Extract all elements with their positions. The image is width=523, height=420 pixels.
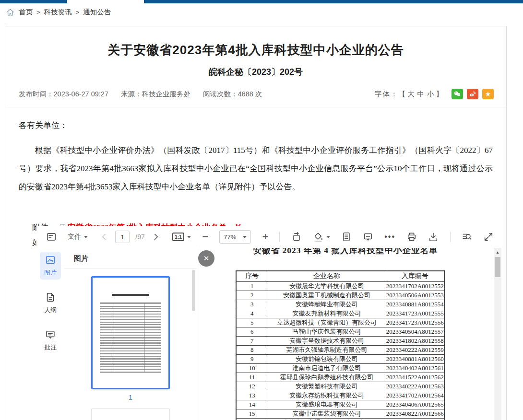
table-cell: 12 bbox=[236, 382, 268, 391]
table-row: 11霍邱县保珍白鹅养殖科技有限公司2023341522A0012562 bbox=[236, 373, 444, 382]
zoom-out-button[interactable]: − bbox=[202, 232, 208, 242]
outline-document-icon bbox=[45, 292, 56, 303]
top-nav-tab-remnant bbox=[66, 0, 145, 3]
print-icon[interactable] bbox=[406, 232, 417, 242]
thumbnail-page-number: 1 bbox=[64, 393, 197, 401]
sidebar-tab-annotations[interactable]: 批注 bbox=[40, 327, 61, 354]
table-cell: 安徽盛琅电器有限公司 bbox=[268, 400, 386, 409]
chevron-down-icon[interactable] bbox=[187, 236, 191, 238]
sidebar-tab-label: 大纲 bbox=[40, 306, 61, 315]
table-row: 8芜湖市久强轴承制造有限公司2023340222A8012559 bbox=[236, 345, 444, 354]
article-tools: 字体：【大中小】 ★ bbox=[375, 89, 494, 99]
pdf-viewer-body: 图片 大纲 批注 bbox=[36, 248, 501, 420]
next-page-icon[interactable] bbox=[151, 232, 161, 242]
table-cell: 安徽友邦新材料有限公司 bbox=[268, 309, 386, 318]
table-cell: 13 bbox=[236, 391, 268, 400]
table-row: 16安徽利银交通设施工程有限公司2023340506A8012567 bbox=[236, 418, 444, 420]
thumbnail-title-line bbox=[112, 294, 149, 296]
table-cell: 2023341723A0012556 bbox=[386, 318, 444, 327]
column-header-index: 序号 bbox=[236, 271, 268, 281]
table-cell: 2023340822A0012566 bbox=[386, 409, 444, 418]
table-row: 13安徽永存纺织科技有限公司2023341702A0012564 bbox=[236, 391, 444, 400]
breadcrumb-item-notices[interactable]: 通知公告 bbox=[83, 8, 111, 17]
actual-size-button[interactable]: 1:1 bbox=[172, 233, 184, 241]
table-row: 3安徽蜂献蜂业有限公司2023340881A8012554 bbox=[236, 300, 444, 309]
pdf-viewer: 文件 /97 1:1 − 77% + bbox=[36, 226, 501, 420]
file-menu-label: 文件 bbox=[68, 233, 81, 241]
download-icon[interactable] bbox=[428, 232, 439, 242]
chevron-down-icon[interactable] bbox=[326, 236, 330, 238]
rotate-page-icon[interactable] bbox=[291, 232, 302, 242]
meta-row: 发布时间：2023-06-27 09:27 来源：科技企业服务处 阅读次数：46… bbox=[5, 89, 506, 99]
notes-document-icon[interactable] bbox=[341, 232, 352, 242]
table-cell: 安徽晟华光学科技有限公司 bbox=[268, 281, 386, 291]
table-cell: 安徽永存纺织科技有限公司 bbox=[268, 391, 386, 400]
table-cell: 6 bbox=[236, 327, 268, 336]
table-cell: 11 bbox=[236, 373, 268, 382]
previous-page-icon[interactable] bbox=[99, 232, 109, 242]
table-cell: 安徽蜂献蜂业有限公司 bbox=[268, 300, 386, 309]
font-size-widget: 字体：【大中小】 bbox=[375, 90, 444, 99]
table-cell: 10 bbox=[236, 363, 268, 373]
breadcrumb-item-home[interactable]: 首页 bbox=[19, 8, 33, 17]
article-body: 各有关单位： 根据《科技型中小企业评价办法》（国科发政〔2017〕115号）和《… bbox=[5, 118, 506, 196]
table-cell: 2 bbox=[236, 291, 268, 300]
panel-scrollbar-thumb[interactable] bbox=[192, 270, 195, 311]
breadcrumb: 首页 > 科技资讯 > 通知公告 bbox=[6, 8, 111, 17]
table-cell: 芜湖市久强轴承制造有限公司 bbox=[268, 345, 386, 354]
home-icon[interactable] bbox=[6, 8, 15, 17]
font-size-label: 字体：【 bbox=[375, 90, 406, 98]
more-options-icon[interactable]: ••• bbox=[384, 233, 395, 241]
body-paragraph: 根据《科技型中小企业评价办法》（国科发政〔2017〕115号）和《科技型中小企业… bbox=[19, 141, 493, 196]
fill-color-group bbox=[313, 232, 330, 242]
pdf-page-content[interactable]: 安徽省 2023 年第 4 批入库科技型中小企业名单 序号 企业名称 入库编号 … bbox=[197, 248, 494, 420]
table-row: 4安徽友邦新材料有限公司2023341723A0012555 bbox=[236, 309, 444, 318]
table-cell: 15 bbox=[236, 409, 268, 418]
column-header-name: 企业名称 bbox=[268, 271, 386, 281]
page-thumbnail-next[interactable] bbox=[91, 408, 170, 420]
table-row: 15安徽中诺集装袋有限公司2023340822A0012566 bbox=[236, 409, 444, 418]
thumbnail-panel: 图片 1 bbox=[64, 248, 197, 420]
table-cell: 3 bbox=[236, 300, 268, 309]
comment-bubble-icon[interactable] bbox=[363, 232, 373, 242]
paint-bucket-icon[interactable] bbox=[313, 232, 323, 242]
sidebar-tab-images[interactable]: 图片 bbox=[40, 252, 61, 280]
font-size-medium-button[interactable]: 中 bbox=[417, 90, 426, 98]
star-icon: ★ bbox=[485, 91, 491, 97]
file-menu-button[interactable]: 文件 bbox=[68, 233, 88, 241]
zoom-level-select[interactable]: 77% bbox=[219, 230, 251, 244]
table-cell: 安徽前锦包装有限公司 bbox=[268, 354, 386, 363]
weibo-share-button[interactable] bbox=[467, 89, 478, 99]
page-number-input[interactable] bbox=[115, 231, 130, 243]
table-row: 7安徽宇呈数据技术有限公司2023341802A8012558 bbox=[236, 336, 444, 345]
viewer-sidebar: 图片 大纲 批注 bbox=[36, 248, 64, 420]
sidebar-tab-outline[interactable]: 大纲 bbox=[40, 289, 61, 317]
content-scrollbar[interactable]: ▲ bbox=[494, 248, 501, 420]
article-title: 关于安徽省2023年第4批入库科技型中小企业的公告 bbox=[5, 42, 506, 58]
table-cell: 淮南市启迪电子有限公司 bbox=[268, 363, 386, 373]
panel-scrollbar[interactable] bbox=[192, 270, 196, 420]
top-bar bbox=[0, 0, 523, 3]
breadcrumb-item-news[interactable]: 科技资讯 bbox=[44, 8, 72, 17]
sidebar-toggle-icon[interactable] bbox=[46, 232, 57, 242]
table-cell: 霍邱县保珍白鹅养殖科技有限公司 bbox=[268, 373, 386, 382]
page-thumbnail-selected[interactable] bbox=[91, 276, 170, 389]
zoom-level-value: 77% bbox=[224, 233, 236, 241]
table-cell: 安徽宇呈数据技术有限公司 bbox=[268, 336, 386, 345]
close-panel-button[interactable]: ✕ bbox=[198, 250, 214, 267]
table-cell: 2023340506A8012567 bbox=[386, 418, 444, 420]
font-size-large-button[interactable]: 大 bbox=[407, 90, 416, 98]
sidebar-tab-label: 图片 bbox=[40, 268, 61, 277]
wechat-share-button[interactable] bbox=[452, 89, 463, 99]
search-icon[interactable] bbox=[462, 232, 472, 242]
table-cell: 立达超微科技（安徽青阳）有限公司 bbox=[268, 318, 386, 327]
favorite-button[interactable]: ★ bbox=[482, 89, 494, 99]
meta-info: 发布时间：2023-06-27 09:27 来源：科技企业服务处 阅读次数：46… bbox=[19, 90, 262, 99]
table-cell: 2023340506A0012553 bbox=[386, 291, 444, 300]
meta-divider bbox=[5, 107, 506, 107]
zoom-in-button[interactable]: + bbox=[262, 232, 268, 242]
scroll-up-arrow[interactable]: ▲ bbox=[494, 248, 501, 255]
font-size-small-button[interactable]: 小 bbox=[427, 90, 435, 98]
content-scrollbar-thumb[interactable] bbox=[495, 257, 500, 277]
fullscreen-icon[interactable] bbox=[483, 232, 494, 242]
